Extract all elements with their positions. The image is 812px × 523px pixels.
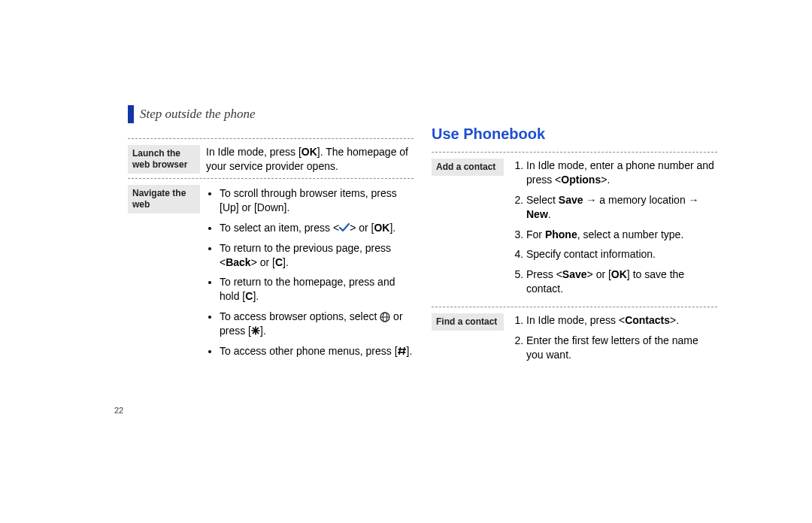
tag-find-contact: Find a contact xyxy=(432,313,504,331)
section-header: Step outside the phone xyxy=(128,105,255,123)
svg-line-8 xyxy=(403,347,404,355)
text: > or [ xyxy=(587,268,611,280)
text: > or [ xyxy=(350,222,374,234)
globe-icon xyxy=(380,312,390,322)
text: >. xyxy=(670,314,679,326)
menu-phone: Phone xyxy=(545,228,577,240)
text: . xyxy=(548,208,551,220)
text: , select a number type. xyxy=(577,228,684,240)
add-contact-body: In Idle mode, enter a phone number and p… xyxy=(510,159,717,302)
manual-page: Step outside the phone Launch the web br… xyxy=(0,0,812,523)
find-contact-row: Find a contact In Idle mode, press <Cont… xyxy=(432,313,717,368)
list-item: In Idle mode, enter a phone number and p… xyxy=(526,159,717,187)
list-item: Press <Save> or [OK] to save the contact… xyxy=(526,268,717,296)
section-title: Use Phonebook xyxy=(432,124,717,144)
check-icon xyxy=(339,223,350,232)
hash-key-icon xyxy=(398,346,407,355)
add-contact-row: Add a contact In Idle mode, enter a phon… xyxy=(432,159,717,302)
text: Select xyxy=(526,194,559,206)
svg-line-7 xyxy=(399,347,401,355)
ordered-list: In Idle mode, enter a phone number and p… xyxy=(510,159,717,296)
softkey-options: Options xyxy=(561,174,601,186)
key-back: Back xyxy=(226,256,250,268)
text: ]. xyxy=(260,325,266,337)
launch-browser-row: Launch the web browser In Idle mode, pre… xyxy=(128,145,414,174)
list-item: Enter the first few letters of the name … xyxy=(526,334,717,362)
text: ]. xyxy=(407,345,413,357)
menu-save: Save xyxy=(559,194,583,206)
key-ok: OK xyxy=(374,222,389,234)
text: ]. xyxy=(283,256,289,268)
divider xyxy=(432,152,717,153)
softkey-contacts: Contacts xyxy=(625,314,670,326)
text: In Idle mode, press [ xyxy=(206,146,301,158)
text: >. xyxy=(601,174,610,186)
bullet-list: To scroll through browser items, press [… xyxy=(206,186,414,358)
list-item: To scroll through browser items, press [… xyxy=(220,186,414,215)
softkey-save: Save xyxy=(562,268,587,280)
list-item: To access other phone menus, press []. xyxy=(220,344,414,358)
text: ]. xyxy=(389,222,395,234)
text: > or [ xyxy=(251,256,275,268)
page-number: 22 xyxy=(114,406,123,415)
key-c: C xyxy=(275,256,283,268)
key-ok: OK xyxy=(611,268,627,280)
list-item: To select an item, press <> or [OK]. xyxy=(220,221,414,235)
text: For xyxy=(526,228,545,240)
divider xyxy=(128,138,414,139)
list-item: To access browser options, select or pre… xyxy=(220,310,414,338)
menu-new: New xyxy=(526,208,548,220)
find-contact-body: In Idle mode, press <Contacts>. Enter th… xyxy=(510,313,717,368)
tag-launch-browser: Launch the web browser xyxy=(128,145,200,174)
list-item: To return to the previous page, press <B… xyxy=(220,241,414,270)
list-item: To return to the homepage, press and hol… xyxy=(220,275,414,304)
text: To select an item, press < xyxy=(220,222,339,234)
list-item: In Idle mode, press <Contacts>. xyxy=(526,313,717,328)
navigate-web-row: Navigate the web To scroll through brows… xyxy=(128,185,414,364)
header-accent-bar xyxy=(128,105,134,123)
text: To access other phone menus, press [ xyxy=(220,345,398,357)
key-ok: OK xyxy=(301,146,317,158)
divider xyxy=(128,178,414,179)
launch-browser-body: In Idle mode, press [OK]. The homepage o… xyxy=(206,145,414,174)
tag-navigate-web: Navigate the web xyxy=(128,185,200,213)
text: → a memory location → xyxy=(583,194,699,206)
divider xyxy=(432,307,717,307)
navigate-web-body: To scroll through browser items, press [… xyxy=(206,185,414,364)
star-key-icon xyxy=(251,326,260,335)
text: To access browser options, select xyxy=(220,310,380,322)
list-item: Specify contact information. xyxy=(526,247,717,262)
text: In Idle mode, press < xyxy=(526,314,625,326)
right-column: Use Phonebook Add a contact In Idle mode… xyxy=(432,124,717,368)
ordered-list: In Idle mode, press <Contacts>. Enter th… xyxy=(510,313,717,362)
text: Press < xyxy=(526,268,562,280)
key-c: C xyxy=(245,290,253,302)
left-column: Launch the web browser In Idle mode, pre… xyxy=(128,134,414,364)
tag-add-contact: Add a contact xyxy=(432,159,504,176)
text: ]. xyxy=(253,290,259,302)
header-title: Step outside the phone xyxy=(140,107,255,122)
list-item: For Phone, select a number type. xyxy=(526,228,717,242)
text: In Idle mode, enter a phone number and p… xyxy=(526,159,714,186)
list-item: Select Save → a memory location → New. xyxy=(526,193,717,222)
